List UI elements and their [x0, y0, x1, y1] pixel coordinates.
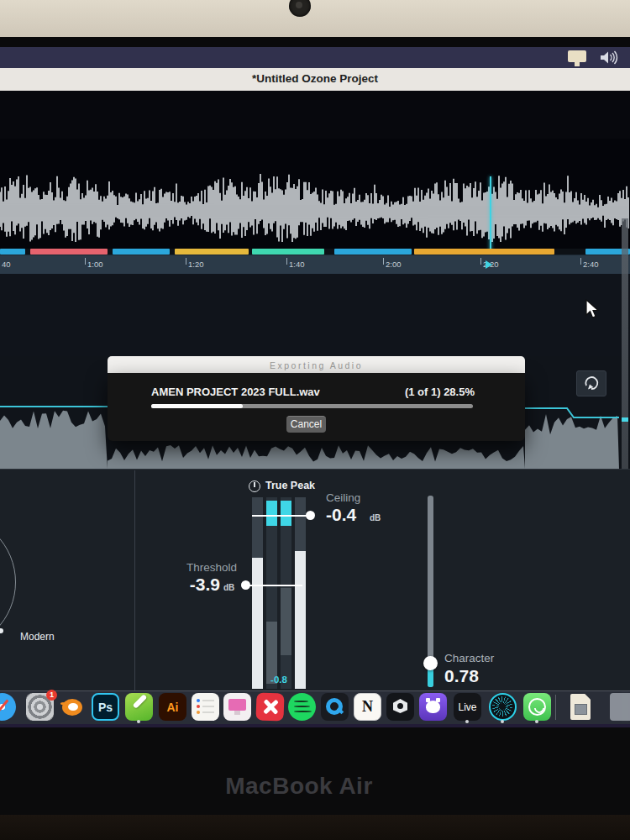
- running-indicator: [535, 720, 538, 723]
- section-marker[interactable]: [30, 249, 108, 255]
- dock-icon-whatsapp[interactable]: [523, 693, 551, 721]
- dock-icon-pen-notes-app[interactable]: [125, 693, 153, 721]
- screen-bezel-top: [0, 37, 630, 47]
- timeline-ruler[interactable]: 401:001:201:402:002:202:40: [0, 255, 630, 275]
- reset-history-button[interactable]: [576, 370, 606, 396]
- timeline-tick: [580, 258, 581, 265]
- export-progress-text: (1 of 1) 28.5%: [319, 386, 475, 398]
- meter-column-gr-right: [281, 497, 291, 689]
- waveform-under-dialog: [108, 440, 525, 469]
- timeline-tick: [480, 258, 481, 265]
- running-indicator: [137, 720, 140, 723]
- timeline-tick-label: 1:20: [188, 260, 204, 269]
- character-slider-handle[interactable]: [423, 656, 438, 670]
- dock-icon-github[interactable]: [419, 693, 447, 721]
- device-label: MacBook Air: [0, 773, 598, 800]
- dock-divider: [555, 695, 556, 720]
- section-marker[interactable]: [414, 249, 554, 255]
- timeline-tick-label: 40: [2, 260, 11, 269]
- export-dialog-title: Exporting Audio: [108, 360, 525, 370]
- gain-reduction-trace-right: [525, 398, 619, 469]
- ceiling-line[interactable]: [252, 515, 311, 517]
- dock-icon-document-file[interactable]: [567, 693, 595, 721]
- volume-icon[interactable]: [600, 50, 618, 65]
- export-progress-bar: [151, 404, 473, 408]
- playhead-marker-icon[interactable]: [486, 260, 492, 269]
- dock-icon-izotope-ozone[interactable]: [489, 693, 517, 721]
- true-peak-power-icon[interactable]: [249, 480, 260, 492]
- edge-cyan-marker: [622, 417, 628, 422]
- gain-reduction-trace-left: [0, 398, 108, 469]
- timeline-tick: [286, 258, 287, 265]
- threshold-handle[interactable]: [241, 580, 250, 590]
- character-label: Character: [444, 652, 494, 664]
- true-peak-label: True Peak: [265, 480, 315, 491]
- export-filename: AMEN PROJECT 2023 FULL.wav: [151, 386, 320, 398]
- screen-bezel-bottom: [0, 727, 630, 815]
- meter-column-gr-left: [266, 497, 277, 689]
- mouse-cursor: [585, 299, 601, 319]
- ceiling-handle[interactable]: [306, 511, 315, 520]
- photo-of-macbook-screen: *Untitled Ozone Project esets: [0, 0, 630, 840]
- module-chain: nizer Vintage Comp S: [0, 274, 630, 356]
- transport-bar: esets Track 1 01:58.143 Total: [0, 91, 630, 139]
- running-indicator: [501, 720, 504, 723]
- gain-reduction-value: -0.8: [260, 675, 297, 685]
- window-title: *Untitled Ozone Project: [0, 72, 630, 85]
- display-notification-icon[interactable]: [568, 50, 586, 62]
- ceiling-unit: dB: [370, 513, 381, 522]
- segment-markers[interactable]: [0, 249, 630, 255]
- dock-icon-system-settings[interactable]: 1: [26, 693, 54, 721]
- section-marker[interactable]: [113, 249, 170, 255]
- dock-icon-notion[interactable]: N: [354, 693, 381, 721]
- section-marker[interactable]: [0, 249, 25, 255]
- ceiling-value: -0.4: [326, 505, 356, 525]
- timeline-tick-label: 2:00: [386, 260, 402, 269]
- section-marker[interactable]: [334, 249, 412, 255]
- dock-icon-display-app[interactable]: [223, 693, 251, 721]
- playhead-line[interactable]: [490, 176, 491, 255]
- dock-icon-quicktime[interactable]: [321, 693, 349, 721]
- timeline-tick-label: 1:00: [87, 260, 103, 269]
- dock-icon-ableton-live[interactable]: Live: [454, 693, 481, 721]
- desk-surface: [0, 815, 630, 840]
- threshold-label: Threshold: [134, 561, 237, 574]
- dock-icon-photoshop[interactable]: Ps: [92, 693, 119, 721]
- dock-icon-unity[interactable]: [386, 693, 414, 721]
- section-marker[interactable]: [252, 249, 324, 255]
- meter-column-right: [295, 497, 306, 689]
- dock-icon-x-app[interactable]: [255, 692, 284, 721]
- character-value: 0.78: [444, 666, 479, 686]
- threshold-unit: dB: [223, 583, 234, 592]
- threshold-line[interactable]: [245, 585, 302, 586]
- threshold-value: -3.9: [134, 575, 220, 595]
- timeline-tick-label: 2:40: [583, 260, 599, 269]
- dock-icon-reminders[interactable]: [192, 693, 219, 721]
- background-wall: [0, 0, 630, 37]
- notification-badge: 1: [46, 690, 57, 701]
- timeline-tick: [383, 258, 384, 265]
- export-progress-fill: [151, 404, 243, 408]
- running-indicator: [465, 720, 469, 723]
- section-marker[interactable]: [175, 249, 249, 255]
- timeline-tick: [186, 258, 186, 265]
- cancel-button[interactable]: Cancel: [286, 416, 326, 433]
- reset-icon: [583, 375, 600, 391]
- dock-icon-trash[interactable]: [610, 693, 630, 721]
- macos-menu-bar: [0, 47, 630, 68]
- timeline-tick-label: 1:40: [289, 260, 305, 269]
- waveform-overview[interactable]: [0, 139, 630, 249]
- dock-icon-illustrator[interactable]: Ai: [159, 693, 186, 721]
- ceiling-label: Ceiling: [326, 491, 360, 504]
- timeline-tick: [85, 258, 86, 265]
- dock-icon-blender[interactable]: [58, 693, 86, 721]
- mode-label: Modern: [20, 631, 55, 643]
- dock-icon-spotify[interactable]: [288, 693, 316, 721]
- meter-column-left: [252, 497, 263, 689]
- vintage-limiter-panel: [0, 469, 630, 691]
